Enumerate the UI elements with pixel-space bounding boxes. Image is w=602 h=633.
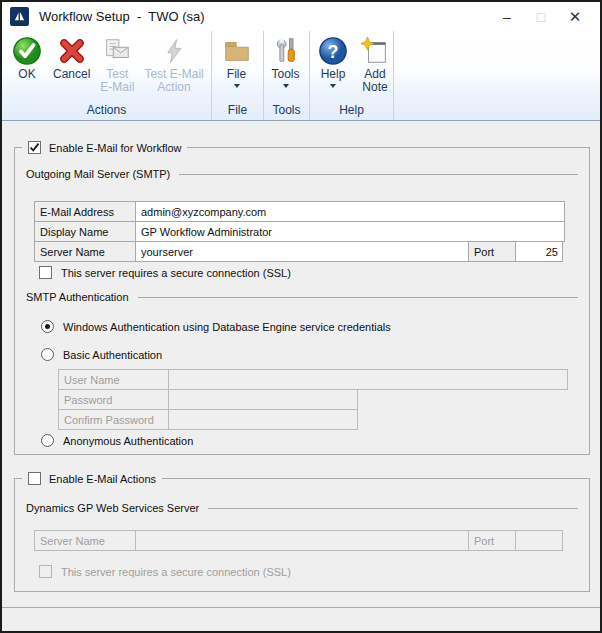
- web-services-section-header: Dynamics GP Web Services Server: [26, 502, 578, 514]
- group-caption: Enable E-Mail for Workflow: [22, 138, 187, 157]
- lightning-icon: [158, 35, 190, 67]
- server-name-label: Server Name: [34, 241, 136, 262]
- password-row: Password: [58, 389, 568, 410]
- tools-icon: [270, 35, 302, 67]
- anonymous-auth-radio[interactable]: [41, 434, 54, 447]
- server-name-input[interactable]: [136, 242, 468, 261]
- divider-line: [179, 174, 578, 175]
- group-caption-label: Enable E-Mail for Workflow: [49, 142, 181, 154]
- toolbar-group-file: File File: [212, 31, 264, 120]
- toolbar-group-tools: Tools Tools: [264, 31, 310, 120]
- toolbar-group-actions: OK Cancel: [2, 31, 212, 120]
- email-address-row: E-Mail Address: [34, 201, 565, 222]
- email-address-label: E-Mail Address: [34, 201, 136, 222]
- enable-email-actions-group: Enable E-Mail Actions Dynamics GP Web Se…: [14, 478, 590, 592]
- credentials-table: User Name Password Confirm Password: [58, 369, 568, 430]
- cancel-icon: [56, 35, 88, 67]
- password-input: [169, 390, 357, 409]
- smtp-fields-table: E-Mail Address Display Name Server Name …: [34, 201, 565, 262]
- anonymous-auth-option: Anonymous Authentication: [41, 434, 193, 447]
- checkmark-icon: [29, 142, 40, 153]
- password-label: Password: [58, 389, 169, 410]
- windows-auth-option: Windows Authentication using Database En…: [41, 320, 391, 333]
- note-icon: [359, 35, 391, 67]
- folder-icon: [221, 35, 253, 67]
- port-label: Port: [468, 241, 516, 262]
- file-button[interactable]: File: [216, 33, 258, 88]
- user-name-label: User Name: [58, 369, 169, 390]
- help-dropdown-arrow-icon: [330, 84, 336, 88]
- toolbar-group-label-file: File: [212, 102, 263, 120]
- ws-server-name-row: Server Name Port: [34, 530, 563, 551]
- user-name-row: User Name: [58, 369, 568, 390]
- email-address-input[interactable]: [136, 202, 564, 221]
- smtp-section-header: Outgoing Mail Server (SMTP): [26, 168, 578, 180]
- minimize-button[interactable]: –: [490, 9, 524, 25]
- ws-port-label: Port: [468, 530, 516, 551]
- enable-email-actions-checkbox[interactable]: [28, 472, 41, 485]
- enable-email-workflow-checkbox[interactable]: [28, 141, 41, 154]
- user-name-input: [169, 370, 567, 389]
- divider-line: [208, 508, 578, 509]
- confirm-password-input: [169, 410, 357, 429]
- tools-button[interactable]: Tools: [265, 33, 307, 88]
- toolbar-group-label-tools: Tools: [264, 102, 309, 120]
- display-name-input[interactable]: [136, 222, 564, 241]
- ws-server-name-label: Server Name: [34, 530, 136, 551]
- ok-button[interactable]: OK: [6, 33, 48, 81]
- ssl-row: This server requires a secure connection…: [39, 266, 291, 279]
- windows-auth-radio[interactable]: [41, 320, 54, 333]
- form-area: Enable E-Mail for Workflow Outgoing Mail…: [2, 122, 600, 631]
- titlebar: Workflow Setup - TWO (sa) – □ ✕: [2, 2, 600, 31]
- basic-auth-option: Basic Authentication: [41, 348, 162, 361]
- display-name-label: Display Name: [34, 221, 136, 242]
- test-email-icon: [101, 35, 133, 67]
- help-button[interactable]: ? Help: [312, 33, 354, 88]
- ssl-checkbox[interactable]: [39, 266, 52, 279]
- tools-dropdown-arrow-icon: [283, 84, 289, 88]
- ws-server-name-input: [136, 531, 468, 550]
- cancel-button[interactable]: Cancel: [48, 33, 95, 81]
- web-services-table: Server Name Port: [34, 530, 563, 551]
- group-caption: Enable E-Mail Actions: [22, 469, 162, 488]
- group-caption-label: Enable E-Mail Actions: [49, 473, 156, 485]
- ok-icon: [11, 35, 43, 67]
- enable-email-workflow-group: Enable E-Mail for Workflow Outgoing Mail…: [14, 147, 590, 455]
- confirm-password-label: Confirm Password: [58, 409, 169, 430]
- toolbar-spacer: [394, 31, 600, 120]
- toolbar-group-help: ? Help AddNote: [310, 31, 394, 120]
- window-controls: – □ ✕: [490, 2, 600, 31]
- basic-auth-radio[interactable]: [41, 348, 54, 361]
- smtp-auth-section-header: SMTP Authentication: [26, 291, 578, 303]
- maximize-button: □: [524, 9, 558, 25]
- ws-port-input: [516, 531, 562, 550]
- display-name-row: Display Name: [34, 221, 565, 242]
- port-input[interactable]: [516, 242, 562, 261]
- workflow-setup-window: Workflow Setup - TWO (sa) – □ ✕ OK: [0, 0, 602, 633]
- server-name-row: Server Name Port: [34, 241, 565, 262]
- ws-ssl-checkbox: [39, 565, 52, 578]
- toolbar-group-label-actions: Actions: [2, 102, 211, 120]
- help-icon: ?: [317, 35, 349, 67]
- divider-line: [138, 297, 578, 298]
- add-note-button[interactable]: AddNote: [354, 33, 396, 94]
- toolbar-group-label-help: Help: [310, 102, 393, 120]
- ssl-label: This server requires a secure connection…: [61, 267, 291, 279]
- dynamics-gp-icon: [10, 7, 29, 26]
- svg-text:?: ?: [328, 42, 339, 62]
- ws-ssl-label: This server requires a secure connection…: [61, 566, 291, 578]
- confirm-password-row: Confirm Password: [58, 409, 568, 430]
- ws-ssl-row: This server requires a secure connection…: [39, 565, 291, 578]
- window-title: Workflow Setup - TWO (sa): [39, 9, 205, 24]
- status-divider: [2, 607, 600, 608]
- close-button[interactable]: ✕: [558, 8, 592, 26]
- toolbar: OK Cancel: [2, 31, 600, 121]
- test-email-button: TestE-Mail: [95, 33, 139, 94]
- test-email-action-button: Test E-MailAction: [139, 33, 208, 94]
- file-dropdown-arrow-icon: [234, 84, 240, 88]
